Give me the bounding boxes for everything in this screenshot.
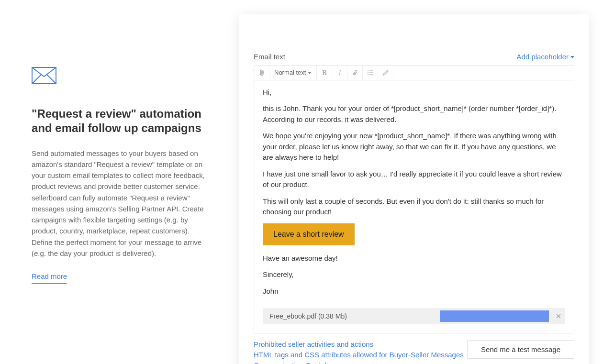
text-style-dropdown[interactable]: Normal text xyxy=(269,66,317,80)
attachment-icon[interactable] xyxy=(254,66,269,80)
text-style-label: Normal text xyxy=(274,68,306,77)
email-line: Sincerely, xyxy=(263,269,565,280)
attachment-progress xyxy=(440,310,549,322)
email-line: Hi, xyxy=(263,87,565,98)
link-button[interactable] xyxy=(347,66,363,80)
section-description: Send automated messages to your buyers b… xyxy=(32,148,211,259)
chevron-down-icon xyxy=(308,72,312,74)
email-line: This will only last a couple of seconds.… xyxy=(263,196,565,218)
email-line: I have just one small favor to ask you… … xyxy=(263,169,565,190)
send-test-message-button[interactable]: Send me a test message xyxy=(467,340,574,359)
list-button[interactable] xyxy=(363,66,378,80)
attachment-remove-button[interactable] xyxy=(552,308,565,324)
svg-line-1 xyxy=(32,75,41,84)
link-html-tags[interactable]: HTML tags and CSS attributes allowed for… xyxy=(254,350,464,360)
svg-line-2 xyxy=(47,75,56,84)
email-text-label: Email text xyxy=(254,52,285,63)
left-column: "Request a review" automation and email … xyxy=(14,10,225,364)
bold-button[interactable]: B xyxy=(317,66,332,80)
add-placeholder-dropdown[interactable]: Add placeholder xyxy=(517,52,574,63)
email-line: this is John. Thank you for your order o… xyxy=(263,103,565,125)
svg-point-3 xyxy=(368,70,368,71)
leave-review-button[interactable]: Leave a short review xyxy=(263,223,355,245)
svg-point-4 xyxy=(368,72,368,73)
link-communication-guidelines[interactable]: Communication Guidelines xyxy=(254,360,464,364)
section-title: "Request a review" automation and email … xyxy=(32,107,211,135)
link-prohibited-activities[interactable]: Prohibited seller activities and actions xyxy=(254,339,464,350)
email-body-editor[interactable]: Hi, this is John. Thank you for your ord… xyxy=(254,80,574,334)
edit-button[interactable] xyxy=(378,66,393,80)
read-more-link[interactable]: Read more xyxy=(32,272,67,284)
email-line: John xyxy=(263,286,565,297)
attachment-row: Free_ebook.pdf (0.38 Mb) xyxy=(263,308,565,324)
email-editor-panel: Email text Add placeholder Normal text B… xyxy=(239,14,589,364)
svg-point-5 xyxy=(368,74,368,75)
footer-links: Prohibited seller activities and actions… xyxy=(254,339,464,364)
italic-button[interactable]: I xyxy=(332,66,347,80)
email-line: We hope you're enjoying your new *[produ… xyxy=(263,131,565,163)
editor-toolbar: Normal text B I xyxy=(254,66,574,80)
add-placeholder-label: Add placeholder xyxy=(517,52,569,63)
attachment-name: Free_ebook.pdf (0.38 Mb) xyxy=(263,311,437,321)
email-line: Have an awesome day! xyxy=(263,253,565,264)
mail-icon xyxy=(32,67,211,88)
chevron-down-icon xyxy=(570,56,574,58)
